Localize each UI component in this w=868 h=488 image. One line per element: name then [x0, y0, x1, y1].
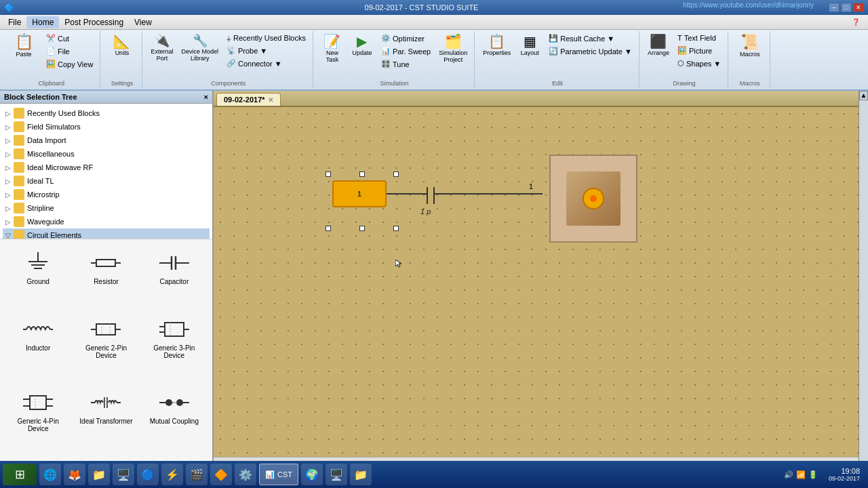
layout-button[interactable]: ▦ Layout	[516, 33, 543, 58]
svg-point-33	[165, 399, 172, 406]
ground-button[interactable]: ⏚ Recently Used Blocks	[224, 33, 309, 43]
tree-item-miscellaneous[interactable]: ▷ Miscellaneous	[3, 147, 210, 161]
taskbar-btn-12[interactable]: 📁	[350, 464, 372, 485]
taskbar-btn-5[interactable]: 🔵	[137, 464, 159, 485]
workspace-tab-close[interactable]: ✕	[268, 96, 273, 104]
palette-generic3[interactable]: Generic 3-Pin Device	[142, 311, 207, 382]
copy-view-button[interactable]: 🖼️ Copy View	[43, 58, 96, 70]
handle-bm[interactable]	[359, 226, 365, 231]
cut-icon: ✂️	[46, 34, 56, 43]
taskbar-app-cst[interactable]: 📊 CST	[259, 464, 298, 485]
folder-icon	[14, 216, 24, 227]
taskbar-btn-10[interactable]: 🌍	[301, 464, 323, 485]
shapes-button[interactable]: ⬡ Shapes ▼	[675, 58, 724, 69]
tree-item-recently-used[interactable]: ▷ Recently Used Blocks	[3, 106, 210, 120]
picture-label: Picture	[689, 47, 712, 55]
right-scrollbar[interactable]: ▲ ▼	[859, 91, 868, 474]
minimize-button[interactable]: ─	[829, 3, 840, 12]
parametric-update-button[interactable]: 🔄 Parametric Update ▼	[546, 45, 635, 57]
tree-item-field-simulators[interactable]: ▷ Field Simulators	[3, 120, 210, 134]
tree-item-ideal-tl[interactable]: ▷ Ideal TL	[3, 174, 210, 188]
update-button[interactable]: ▶ Update	[349, 33, 376, 58]
start-button[interactable]: ⊞	[3, 464, 37, 485]
taskbar-btn-8[interactable]: 🔶	[210, 464, 232, 485]
expand-icon: ▷	[5, 150, 14, 158]
settings-group-label: Settings	[111, 80, 134, 87]
simulation-project-button[interactable]: 🗂️ SimulationProject	[436, 33, 470, 65]
connector-button[interactable]: 🔗 Connector ▼	[224, 58, 309, 69]
simulation-group-label: Simulation	[380, 80, 409, 87]
menu-home[interactable]: Home	[26, 16, 59, 28]
units-button[interactable]: 📐 Units	[108, 33, 136, 58]
arrange-button[interactable]: ⬛ Arrange	[645, 33, 672, 58]
external-port-button[interactable]: 🔌 ExternalPort	[148, 33, 176, 64]
sidebar-close-button[interactable]: ×	[204, 93, 208, 101]
capacitor-palette-label: Capacitor	[159, 278, 189, 285]
window-controls: ─ □ ✕	[829, 3, 864, 12]
par-sweep-button[interactable]: 📊 Par. Sweep	[378, 45, 433, 57]
device-model-button[interactable]: 🔧 Device ModelLibrary	[178, 33, 221, 64]
menu-postprocessing[interactable]: Post Processing	[59, 16, 129, 28]
tree-item-label: Recently Used Blocks	[27, 109, 100, 117]
palette-inductor[interactable]: Inductor	[5, 311, 71, 382]
help-icon[interactable]: ❓	[846, 18, 865, 26]
result-cache-button[interactable]: 💾 Result Cache ▼	[546, 33, 635, 44]
properties-button[interactable]: 📋 Properties	[480, 33, 513, 58]
tree-item-data-import[interactable]: ▷ Data Import	[3, 134, 210, 147]
taskbar-btn-6[interactable]: ⚡	[161, 464, 183, 485]
taskbar-btn-1[interactable]: 🌐	[39, 464, 61, 485]
palette-generic4[interactable]: Generic 4-PinDevice	[5, 384, 71, 455]
handle-tr[interactable]	[393, 171, 399, 177]
taskbar-btn-3[interactable]: 📁	[88, 464, 110, 485]
taskbar-btn-11[interactable]: 🖥️	[326, 464, 347, 485]
copy-button[interactable]: 📄 File	[43, 45, 96, 57]
simulation-project-icon: 🗂️	[445, 35, 462, 48]
picture-button[interactable]: 🖼️ Picture	[675, 45, 724, 56]
palette-ground[interactable]: Ground	[5, 245, 71, 308]
system-tray: 🔊 📶 🔋	[781, 470, 821, 479]
taskbar-btn-9[interactable]: ⚙️	[235, 464, 256, 485]
palette-mutual[interactable]: Mutual Coupling	[142, 384, 207, 455]
ribbon-group-drawing: ⬛ Arrange T Text Field 🖼️ Picture ⬡ Shap…	[641, 31, 728, 88]
paste-button[interactable]: 📋 Paste	[7, 33, 41, 60]
taskbar-btn-7[interactable]: 🎬	[186, 464, 208, 485]
handle-tm[interactable]	[359, 171, 365, 177]
copy-view-label: Copy View	[58, 60, 93, 68]
macros-button[interactable]: 📜 Macros	[736, 33, 764, 60]
svg-rect-23	[30, 396, 46, 409]
menu-file[interactable]: File	[3, 16, 26, 28]
canvas-area[interactable]: 1 1 p 1	[214, 107, 859, 457]
workspace-tab-main[interactable]: 09-02-2017* ✕	[216, 93, 281, 106]
palette-resistor[interactable]: Resistor	[73, 245, 138, 308]
device-model-icon: 🔧	[193, 35, 208, 47]
probe-button[interactable]: 📡 Probe ▼	[224, 45, 309, 56]
circuit-component-block[interactable]: 1	[332, 180, 387, 207]
tune-button[interactable]: 🎛️ Tune	[378, 58, 433, 70]
taskbar-btn-4[interactable]: 🖥️	[113, 464, 134, 485]
tree-item-microstrip[interactable]: ▷ Microstrip	[3, 188, 210, 201]
taskbar-btn-2[interactable]: 🦊	[64, 464, 85, 485]
port-symbol[interactable]	[549, 155, 637, 243]
tree-item-waveguide[interactable]: ▷ Waveguide	[3, 215, 210, 228]
optimizer-label: Optimizer	[393, 35, 425, 43]
handle-tl[interactable]	[326, 171, 331, 177]
optimizer-button[interactable]: ⚙️ Optimizer	[378, 33, 433, 44]
tree-item-ideal-microwave-rf[interactable]: ▷ Ideal Microwave RF	[3, 161, 210, 174]
menu-view[interactable]: View	[129, 16, 157, 28]
close-button[interactable]: ✕	[853, 3, 864, 12]
scroll-track[interactable]	[859, 100, 868, 465]
maximize-button[interactable]: □	[841, 3, 852, 12]
par-sweep-icon: 📊	[381, 47, 391, 56]
palette-generic2[interactable]: Generic 2-Pin Device	[73, 311, 138, 382]
handle-bl[interactable]	[326, 226, 331, 231]
tree-item-stripline[interactable]: ▷ Stripline	[3, 201, 210, 215]
cut-button[interactable]: ✂️ Cut	[43, 33, 96, 44]
text-field-button[interactable]: T Text Field	[675, 33, 724, 43]
scroll-up-arrow[interactable]: ▲	[859, 91, 868, 100]
optimizer-icon: ⚙️	[381, 34, 391, 43]
palette-capacitor[interactable]: Capacitor	[142, 245, 207, 308]
tree-item-circuit-elements[interactable]: ▽ Circuit Elements	[3, 228, 210, 239]
new-task-button[interactable]: 📝 NewTask	[319, 33, 346, 65]
handle-br[interactable]	[393, 226, 399, 231]
palette-transformer[interactable]: Ideal Transformer	[73, 384, 138, 455]
